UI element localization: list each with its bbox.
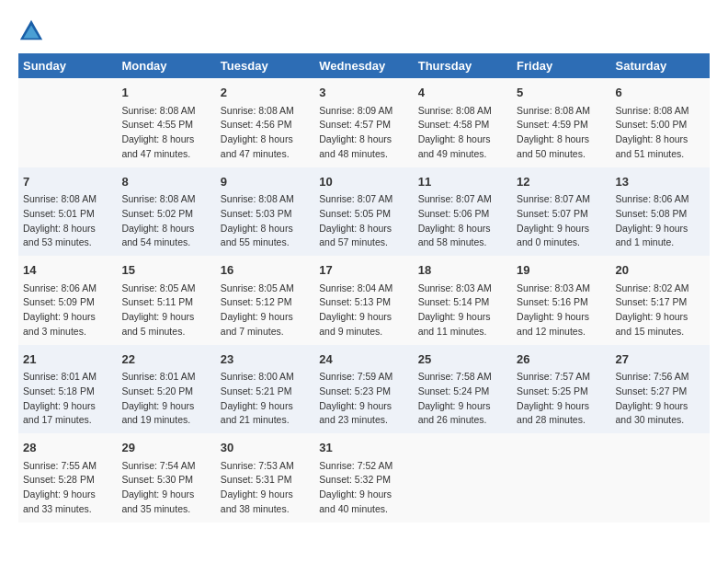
day-number: 30 [221, 439, 310, 457]
calendar-week-row: 21Sunrise: 8:01 AMSunset: 5:18 PMDayligh… [18, 345, 710, 434]
day-info: Sunrise: 8:08 AMSunset: 5:00 PMDaylight:… [616, 104, 705, 162]
calendar-cell [414, 433, 512, 523]
day-number: 2 [221, 84, 310, 102]
day-number: 29 [121, 439, 210, 457]
day-number: 13 [616, 173, 705, 191]
calendar-cell: 12Sunrise: 8:07 AMSunset: 5:07 PMDayligh… [512, 167, 610, 257]
day-number: 22 [121, 350, 210, 369]
day-number: 19 [517, 261, 606, 280]
day-number: 8 [121, 173, 210, 191]
day-info: Sunrise: 8:06 AMSunset: 5:08 PMDaylight:… [616, 192, 705, 250]
day-info: Sunrise: 8:05 AMSunset: 5:11 PMDaylight:… [121, 282, 210, 339]
calendar-cell: 4Sunrise: 8:08 AMSunset: 4:58 PMDaylight… [414, 78, 512, 167]
calendar-week-row: 14Sunrise: 8:06 AMSunset: 5:09 PMDayligh… [18, 256, 710, 345]
day-info: Sunrise: 7:53 AMSunset: 5:31 PMDaylight:… [221, 459, 310, 517]
column-header-sunday: Sunday [18, 53, 117, 78]
day-number: 26 [517, 350, 606, 369]
day-info: Sunrise: 8:03 AMSunset: 5:16 PMDaylight:… [517, 282, 606, 339]
logo [18, 18, 48, 44]
calendar-cell: 31Sunrise: 7:52 AMSunset: 5:32 PMDayligh… [314, 433, 413, 523]
calendar-cell: 9Sunrise: 8:08 AMSunset: 5:03 PMDaylight… [216, 167, 314, 257]
calendar-cell: 24Sunrise: 7:59 AMSunset: 5:23 PMDayligh… [314, 345, 413, 434]
day-info: Sunrise: 8:08 AMSunset: 4:58 PMDaylight:… [418, 104, 507, 162]
calendar-cell: 5Sunrise: 8:08 AMSunset: 4:59 PMDaylight… [512, 78, 610, 167]
day-info: Sunrise: 8:01 AMSunset: 5:20 PMDaylight:… [121, 370, 210, 428]
day-info: Sunrise: 8:07 AMSunset: 5:07 PMDaylight:… [517, 192, 606, 250]
calendar-cell: 15Sunrise: 8:05 AMSunset: 5:11 PMDayligh… [117, 256, 215, 345]
day-info: Sunrise: 8:07 AMSunset: 5:05 PMDaylight:… [319, 192, 408, 250]
day-number: 28 [23, 439, 112, 457]
calendar-cell: 13Sunrise: 8:06 AMSunset: 5:08 PMDayligh… [611, 167, 710, 257]
column-header-friday: Friday [512, 53, 610, 78]
day-number: 5 [517, 84, 606, 102]
calendar-cell: 7Sunrise: 8:08 AMSunset: 5:01 PMDaylight… [18, 167, 117, 257]
calendar-cell: 14Sunrise: 8:06 AMSunset: 5:09 PMDayligh… [18, 256, 117, 345]
day-info: Sunrise: 8:02 AMSunset: 5:17 PMDaylight:… [616, 282, 705, 339]
logo-icon [18, 18, 44, 44]
calendar-week-row: 7Sunrise: 8:08 AMSunset: 5:01 PMDaylight… [18, 167, 710, 257]
day-info: Sunrise: 7:55 AMSunset: 5:28 PMDaylight:… [23, 459, 112, 517]
column-header-wednesday: Wednesday [314, 53, 413, 78]
day-number: 3 [319, 84, 408, 102]
column-header-saturday: Saturday [611, 53, 710, 78]
day-number: 11 [418, 173, 507, 191]
day-number: 16 [221, 261, 310, 280]
calendar-cell: 27Sunrise: 7:56 AMSunset: 5:27 PMDayligh… [611, 345, 710, 434]
day-info: Sunrise: 7:59 AMSunset: 5:23 PMDaylight:… [319, 370, 408, 428]
calendar-cell: 28Sunrise: 7:55 AMSunset: 5:28 PMDayligh… [18, 433, 117, 523]
day-number: 9 [221, 173, 310, 191]
day-number: 15 [121, 261, 210, 280]
column-header-monday: Monday [117, 53, 215, 78]
day-number: 6 [616, 84, 705, 102]
day-number: 4 [418, 84, 507, 102]
calendar-cell: 10Sunrise: 8:07 AMSunset: 5:05 PMDayligh… [314, 167, 413, 257]
calendar-week-row: 28Sunrise: 7:55 AMSunset: 5:28 PMDayligh… [18, 433, 710, 523]
day-info: Sunrise: 8:09 AMSunset: 4:57 PMDaylight:… [319, 104, 408, 162]
day-info: Sunrise: 7:56 AMSunset: 5:27 PMDaylight:… [616, 370, 705, 428]
day-number: 14 [23, 261, 112, 280]
calendar-cell: 19Sunrise: 8:03 AMSunset: 5:16 PMDayligh… [512, 256, 610, 345]
calendar-cell: 26Sunrise: 7:57 AMSunset: 5:25 PMDayligh… [512, 345, 610, 434]
day-info: Sunrise: 8:05 AMSunset: 5:12 PMDaylight:… [221, 282, 310, 339]
day-info: Sunrise: 8:04 AMSunset: 5:13 PMDaylight:… [319, 282, 408, 339]
calendar-cell: 17Sunrise: 8:04 AMSunset: 5:13 PMDayligh… [314, 256, 413, 345]
calendar-cell: 6Sunrise: 8:08 AMSunset: 5:00 PMDaylight… [611, 78, 710, 167]
calendar-cell: 18Sunrise: 8:03 AMSunset: 5:14 PMDayligh… [414, 256, 512, 345]
day-number: 18 [418, 261, 507, 280]
day-number: 7 [23, 173, 112, 191]
day-info: Sunrise: 8:08 AMSunset: 4:56 PMDaylight:… [221, 104, 310, 162]
day-info: Sunrise: 8:01 AMSunset: 5:18 PMDaylight:… [23, 370, 112, 428]
calendar-cell: 22Sunrise: 8:01 AMSunset: 5:20 PMDayligh… [117, 345, 215, 434]
day-info: Sunrise: 7:57 AMSunset: 5:25 PMDaylight:… [517, 370, 606, 428]
calendar-cell: 20Sunrise: 8:02 AMSunset: 5:17 PMDayligh… [611, 256, 710, 345]
calendar-cell: 1Sunrise: 8:08 AMSunset: 4:55 PMDaylight… [117, 78, 215, 167]
calendar-cell: 2Sunrise: 8:08 AMSunset: 4:56 PMDaylight… [216, 78, 314, 167]
day-info: Sunrise: 8:08 AMSunset: 5:01 PMDaylight:… [23, 192, 112, 250]
calendar-cell: 30Sunrise: 7:53 AMSunset: 5:31 PMDayligh… [216, 433, 314, 523]
day-number: 21 [23, 350, 112, 369]
calendar-cell: 23Sunrise: 8:00 AMSunset: 5:21 PMDayligh… [216, 345, 314, 434]
day-number: 1 [121, 84, 210, 102]
day-number: 10 [319, 173, 408, 191]
calendar-cell: 11Sunrise: 8:07 AMSunset: 5:06 PMDayligh… [414, 167, 512, 257]
day-info: Sunrise: 7:52 AMSunset: 5:32 PMDaylight:… [319, 459, 408, 517]
column-header-thursday: Thursday [414, 53, 512, 78]
day-info: Sunrise: 8:06 AMSunset: 5:09 PMDaylight:… [23, 282, 112, 339]
calendar-cell [512, 433, 610, 523]
day-number: 12 [517, 173, 606, 191]
calendar-cell: 16Sunrise: 8:05 AMSunset: 5:12 PMDayligh… [216, 256, 314, 345]
day-info: Sunrise: 8:00 AMSunset: 5:21 PMDaylight:… [221, 370, 310, 428]
day-number: 23 [221, 350, 310, 369]
day-number: 25 [418, 350, 507, 369]
calendar-cell: 8Sunrise: 8:08 AMSunset: 5:02 PMDaylight… [117, 167, 215, 257]
calendar-cell: 21Sunrise: 8:01 AMSunset: 5:18 PMDayligh… [18, 345, 117, 434]
calendar-cell: 29Sunrise: 7:54 AMSunset: 5:30 PMDayligh… [117, 433, 215, 523]
day-number: 31 [319, 439, 408, 457]
day-info: Sunrise: 8:08 AMSunset: 4:59 PMDaylight:… [517, 104, 606, 162]
calendar-cell [18, 78, 117, 167]
day-info: Sunrise: 8:08 AMSunset: 4:55 PMDaylight:… [121, 104, 210, 162]
day-info: Sunrise: 8:08 AMSunset: 5:03 PMDaylight:… [221, 192, 310, 250]
calendar-cell: 3Sunrise: 8:09 AMSunset: 4:57 PMDaylight… [314, 78, 413, 167]
day-info: Sunrise: 7:58 AMSunset: 5:24 PMDaylight:… [418, 370, 507, 428]
day-info: Sunrise: 8:08 AMSunset: 5:02 PMDaylight:… [121, 192, 210, 250]
